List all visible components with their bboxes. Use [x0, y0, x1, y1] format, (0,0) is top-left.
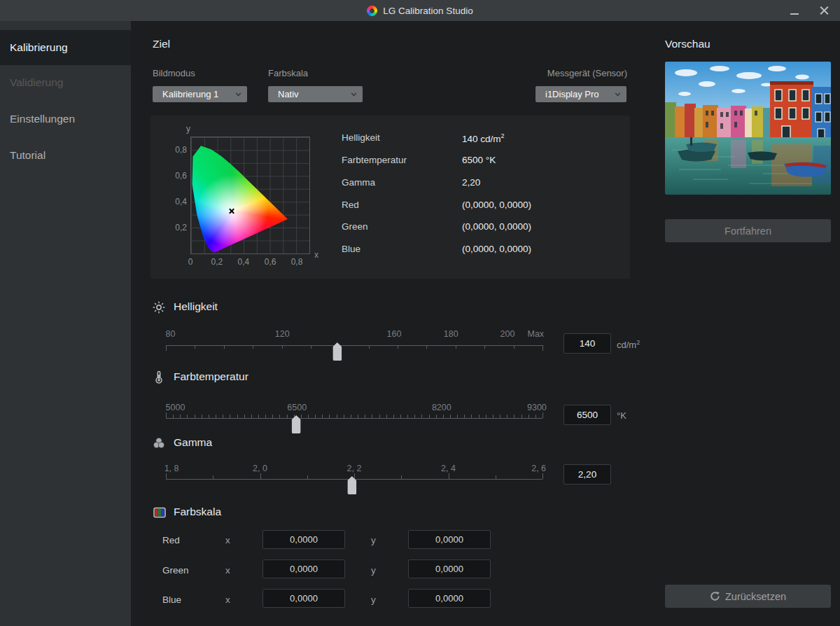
reset-refresh-icon	[710, 591, 720, 601]
slider-tick	[322, 415, 323, 418]
slider-tick-label: 9300	[527, 403, 547, 412]
cie-x-tick: 0,8	[291, 257, 303, 267]
slider-tick	[195, 415, 195, 418]
slider-tick-label: 80	[166, 329, 176, 339]
slider-tick-label: 5000	[166, 403, 186, 412]
slider-tick	[265, 415, 266, 418]
readout-row: Farbtemperatur 6500 °K	[342, 155, 622, 166]
red-y-input[interactable]	[409, 531, 490, 548]
preview-image	[665, 62, 831, 195]
slider-tick	[500, 415, 500, 418]
slider-tick	[436, 415, 437, 418]
green-y-input[interactable]	[409, 560, 490, 578]
gamma-value-input[interactable]	[564, 465, 610, 484]
color-temp-unit: °K	[617, 410, 626, 421]
slider-tick	[528, 415, 529, 418]
slider-track[interactable]	[166, 345, 542, 346]
sidebar-item-label: Kalibrierung	[10, 41, 68, 54]
slider-tick	[166, 345, 167, 351]
chevron-down-icon	[351, 91, 357, 97]
app-logo-color-wheel-icon	[367, 6, 377, 16]
readout-label: Helligkeit	[342, 132, 380, 143]
sensor-dropdown[interactable]: i1Display Pro	[536, 86, 626, 102]
readout-value: (0,0000, 0,0000)	[462, 244, 531, 254]
readout-label: Green	[342, 221, 368, 232]
slider-tick	[449, 473, 449, 479]
readout-row: Gamma 2,20	[342, 177, 622, 188]
slider-tick	[337, 415, 337, 418]
sidebar-item-validierung[interactable]: Validierung	[0, 65, 131, 100]
slider-tick	[279, 415, 280, 418]
sidebar-item-label: Tutorial	[10, 149, 46, 162]
slider-tick	[457, 415, 458, 418]
brightness-value-input[interactable]	[564, 334, 610, 353]
slider-track[interactable]	[166, 418, 542, 419]
slider-tick	[507, 415, 507, 418]
slider-tick	[372, 415, 372, 418]
blue-y-field	[408, 589, 491, 608]
slider-tick	[443, 415, 444, 418]
blue-x-input[interactable]	[263, 590, 344, 607]
sidebar-item-tutorial[interactable]: Tutorial	[0, 138, 131, 173]
slider-tick	[471, 415, 472, 418]
cie-y-tick: 0,2	[175, 223, 187, 232]
sidebar-item-label: Validierung	[10, 76, 63, 89]
slider-tick	[456, 345, 456, 349]
gamma-slider[interactable]: 1, 82, 02, 22, 42, 6	[166, 464, 542, 497]
slider-tick	[393, 415, 394, 418]
slider-tick	[287, 415, 288, 418]
slider-tick	[244, 415, 245, 418]
slider-tick	[414, 415, 415, 418]
picture-mode-value: Kalibrierung 1	[162, 89, 218, 99]
color-temp-slider[interactable]: 5000650082009300	[166, 403, 542, 436]
brightness-unit: cd/m2	[617, 339, 640, 350]
slider-tick	[542, 473, 543, 479]
rgb-stripes-icon	[152, 505, 167, 520]
continue-button[interactable]: Fortfahren	[665, 219, 831, 242]
slider-tick	[429, 415, 430, 418]
cie-x-tick: 0,4	[238, 257, 250, 267]
slider-tick	[311, 345, 312, 349]
minimize-button[interactable]	[783, 0, 806, 21]
cie-y-tick: 0,6	[175, 171, 187, 181]
color-temp-slider-title: Farbtemperatur	[174, 370, 248, 383]
window-title: LG Calibration Studio	[383, 6, 472, 16]
slider-tick	[496, 475, 496, 479]
slider-tick-label: 6500	[287, 403, 307, 412]
gamut-x-label: x	[225, 535, 230, 545]
slider-tick	[358, 415, 358, 418]
target-section-title: Ziel	[153, 38, 170, 50]
color-gamut-dropdown[interactable]: Nativ	[268, 86, 363, 102]
slider-tick	[486, 415, 486, 418]
color-temp-value-input[interactable]	[564, 405, 610, 424]
slider-tick-label: 2, 2	[347, 464, 362, 473]
sidebar-item-kalibrierung[interactable]: Kalibrierung	[0, 30, 131, 65]
slider-tick	[260, 473, 261, 479]
reset-button[interactable]: Zurücksetzen	[665, 585, 831, 608]
sidebar-item-einstellungen[interactable]: Einstellungen	[0, 102, 131, 137]
cie-x-tick: 0	[188, 257, 193, 267]
slider-tick	[400, 415, 401, 418]
slider-tick	[258, 415, 259, 418]
slider-tick	[493, 415, 493, 418]
gamut-red-label: Red	[162, 535, 180, 545]
green-x-input[interactable]	[263, 560, 344, 578]
close-button[interactable]	[812, 0, 836, 21]
slider-tick	[514, 415, 514, 418]
blue-y-input[interactable]	[409, 590, 490, 607]
slider-tick-label: 180	[444, 329, 458, 339]
slider-tick	[237, 415, 238, 418]
slider-tick	[398, 345, 398, 349]
slider-tick	[308, 415, 309, 418]
slider-tick	[223, 415, 223, 418]
picture-mode-dropdown[interactable]: Kalibrierung 1	[153, 86, 247, 102]
cie-x-tick: 0,6	[265, 257, 276, 267]
titlebar: LG Calibration Studio	[0, 0, 840, 21]
brightness-slider[interactable]: 80120160180200Max	[166, 329, 542, 363]
readout-label: Red	[342, 200, 359, 210]
red-x-input[interactable]	[263, 531, 344, 548]
gamut-y-label: y	[371, 565, 376, 576]
slider-tick	[351, 415, 351, 418]
slider-tick-label: 1, 8	[164, 464, 179, 473]
green-x-field	[262, 559, 345, 578]
